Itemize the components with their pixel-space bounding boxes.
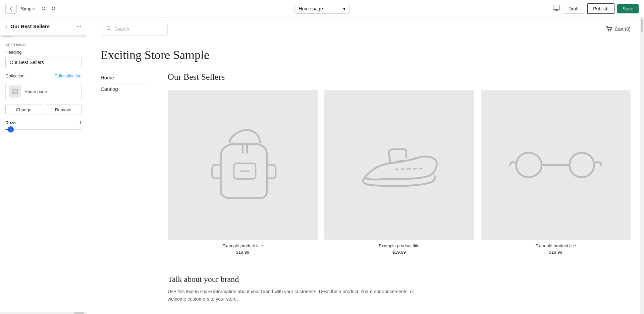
search-icon [106,26,112,33]
store-name: Simple [21,6,35,11]
sidebar-scroll-top [0,36,87,38]
slider-thumb[interactable] [8,126,14,132]
scroll-thumb [3,36,13,37]
shoe-icon [347,113,452,217]
sidebar-content: SETTINGS Heading Collection Edit collect… [0,38,87,312]
sidebar-header-left: ‹ Our Best Sellers [5,23,50,29]
product-price-3: $19.99 [481,250,631,255]
svg-point-4 [608,30,609,32]
sidebar-title: Our Best Sellers [10,23,50,29]
heading-field-group: Heading [0,50,87,73]
collection-preview: Home page [5,82,82,101]
product-title-1: Example product title [168,243,318,248]
product-image-2 [324,90,474,240]
store-nav: Home Catalog [101,72,154,303]
page-selector[interactable]: Home page ▾ [294,4,350,14]
brand-title: Talk about your brand [168,275,631,284]
cart-area[interactable]: Cart (0) [606,26,631,32]
publish-button[interactable]: Publish [587,3,614,14]
brand-desc: Use this text to share information about… [168,288,423,303]
collection-header: Collection Edit collection [5,73,82,78]
scroll-thumb-bottom [74,312,84,314]
svg-rect-1 [12,89,18,93]
svg-point-5 [610,30,611,32]
remove-collection-button[interactable]: Remove [45,105,82,115]
undo-button[interactable]: ↺ [39,3,48,14]
topbar: Simple ↺ ↻ Home page ▾ Draft Publish Sav… [0,0,644,17]
topbar-left: Simple ↺ ↻ [5,3,57,14]
store-body: Home Catalog Our Best Sellers [101,72,631,303]
back-button[interactable] [5,4,17,14]
product-title-3: Example product title [481,243,631,248]
undo-redo-group: ↺ ↻ [39,3,57,14]
edit-collection-link[interactable]: Edit collection [55,73,82,78]
draft-button[interactable]: Draft [563,4,584,14]
product-card-2[interactable]: Example product title $19.99 [324,90,474,255]
save-button[interactable]: Save [617,4,639,13]
monitor-icon[interactable] [553,5,560,12]
collection-thumbnail [9,85,21,98]
glasses-icon [503,113,608,217]
backpack-icon [190,113,295,217]
search-bar[interactable]: Search [101,23,168,36]
products-grid: Example product title $19.99 [168,90,631,255]
store-main: Our Best Sellers [154,72,631,303]
store-content: Exciting Store Sample Home Catalog Our B… [87,41,644,309]
page-selector-label: Home page [299,6,323,11]
collection-label: Collection [5,73,24,78]
store-brand-title: Exciting Store Sample [101,48,631,62]
cart-icon [606,26,613,32]
topbar-center: Home page ▾ [294,4,350,14]
collection-actions: Change Remove [5,105,82,115]
product-card-1[interactable]: Example product title $19.99 [168,90,318,255]
image-icon [12,88,18,95]
slider-track [5,129,82,130]
product-image-1 [168,90,318,240]
sidebar: ‹ Our Best Sellers ··· SETTINGS Heading … [0,17,87,314]
topbar-right: Draft Publish Save [553,3,639,14]
rows-slider-container [5,129,82,130]
cart-label: Cart (0) [615,26,631,32]
search-placeholder: Search [114,26,129,32]
product-title-2: Example product title [324,243,474,248]
right-scrollbar[interactable] [640,17,644,314]
sidebar-back-button[interactable]: ‹ [5,23,7,29]
main-layout: ‹ Our Best Sellers ··· SETTINGS Heading … [0,17,644,314]
rows-header: Rows 1 [5,120,82,125]
heading-input[interactable] [5,57,82,68]
product-card-3[interactable]: Example product title $19.99 [481,90,631,255]
brand-section: Talk about your brand Use this text to s… [168,268,631,303]
rows-label: Rows [5,120,16,125]
store-header: Search Cart (0) [87,17,644,41]
collection-name: Home page [24,89,47,94]
svg-point-2 [14,90,15,91]
product-price-1: $19.99 [168,250,318,255]
collection-section: Collection Edit collection Home page Cha… [0,73,87,120]
settings-label: SETTINGS [0,38,87,50]
heading-label: Heading [5,50,82,55]
sidebar-header: ‹ Our Best Sellers ··· [0,17,87,36]
product-image-3 [481,90,631,240]
sidebar-scroll-bottom [0,312,87,314]
section-title: Our Best Sellers [168,72,631,82]
sidebar-more-button[interactable]: ··· [76,23,82,30]
rows-value: 1 [79,120,82,125]
svg-rect-0 [553,5,560,9]
product-price-2: $19.99 [324,250,474,255]
change-collection-button[interactable]: Change [5,105,42,115]
back-icon [8,6,14,11]
rows-section: Rows 1 [0,120,87,135]
preview-area: Search Cart (0) Exciting Store Sample Ho… [87,17,644,314]
nav-item-home[interactable]: Home [101,72,147,83]
redo-button[interactable]: ↻ [49,3,57,14]
nav-item-catalog[interactable]: Catalog [101,83,147,95]
chevron-down-icon: ▾ [343,6,345,11]
